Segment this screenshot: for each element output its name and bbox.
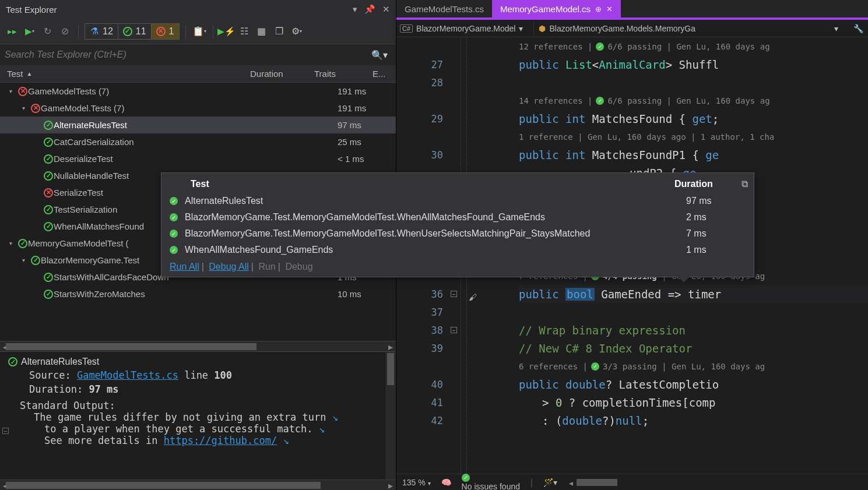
pass-icon: ✓ (170, 197, 178, 205)
codelens[interactable]: 14 references | ✓ 6/6 passing | Gen Lu, … (519, 91, 868, 110)
fold-icon[interactable]: − (451, 291, 457, 297)
line-number: 29 (396, 110, 461, 128)
test-name: AlternateRulesTest (54, 120, 338, 130)
pin-icon[interactable]: ⊕ (595, 5, 602, 13)
search-icon[interactable]: 🔍▾ (368, 50, 391, 61)
std-line: See more details in https://github.com/ … (44, 435, 388, 446)
expander-icon[interactable]: ▾ (22, 257, 30, 263)
code-line: public double? LatestCompletio (519, 375, 868, 393)
close-tab-icon[interactable]: ✕ (606, 5, 613, 13)
fail-icon: ✕ (31, 104, 40, 113)
test-row[interactable]: ✓ AlternateRulesTest97 ms (0, 117, 396, 133)
detail-v-scrollbar[interactable] (385, 352, 396, 480)
line-number: 42 (396, 411, 461, 429)
run-after-build-button[interactable]: ▶⚡ (219, 24, 234, 39)
document-tabs: GameModelTests.cs MemoryGameModel.cs ⊕ ✕ (396, 0, 868, 20)
zoom-level[interactable]: 135 % ▾ (402, 478, 431, 487)
collapse-icon[interactable]: − (2, 428, 9, 434)
close-icon[interactable]: ✕ (382, 4, 390, 15)
popup-test-row[interactable]: ✓BlazorMemoryGame.Test.MemoryGameModelTe… (170, 209, 744, 225)
run-button[interactable]: ▶ ▾ (22, 24, 37, 39)
popup-test-row[interactable]: ✓BlazorMemoryGame.Test.MemoryGameModelTe… (170, 225, 744, 242)
col-error[interactable]: E... (372, 69, 396, 79)
debug-all-link[interactable]: Debug All (209, 262, 249, 272)
expander-icon[interactable]: ▾ (9, 240, 17, 246)
context-namespace[interactable]: C# BlazorMemoryGame.Model ▾ (396, 24, 529, 33)
github-link[interactable]: https://github.com/ (164, 435, 277, 446)
expander-icon[interactable]: ▾ (22, 105, 30, 111)
settings-button[interactable]: ⚙▾ (289, 24, 304, 39)
source-file-link[interactable]: GameModelTests.cs (77, 369, 178, 381)
test-row[interactable]: ✓ CatCardSerialization25 ms (0, 133, 396, 150)
popup-test-row[interactable]: ✓WhenAllMatchesFound_GameEnds1 ms (170, 242, 744, 258)
filter-all[interactable]: ⚗12 (85, 24, 118, 39)
stop-button[interactable]: ⊘ (57, 24, 72, 39)
code-line: > 0 ? completionTimes[comp (519, 393, 868, 411)
test-duration: 97 ms (338, 120, 384, 130)
codelens[interactable]: 1 reference | Gen Lu, 160 days ago | 1 a… (519, 128, 868, 146)
search-row: 🔍▾ (0, 44, 396, 65)
issues-status[interactable]: ✓ No issues found (462, 474, 520, 491)
playlist-button[interactable]: 📋▾ (192, 24, 207, 39)
test-row[interactable]: ✓ DeserializeTest< 1 ms (0, 150, 396, 167)
test-row[interactable]: ✓ StartsWithZeroMatches10 ms (0, 285, 396, 302)
hierarchy-button[interactable]: ☷ (237, 24, 252, 39)
code-line: public bool GameEnded => timer (519, 285, 868, 303)
line-label: line (184, 369, 208, 381)
codelens[interactable]: 6 references | ✓ 3/3 passing | Gen Lu, 1… (519, 357, 868, 375)
wrench-icon[interactable]: 🔧 (849, 24, 868, 33)
test-explorer-toolbar: ▸▸ ▶ ▾ ↻ ⊘ ⚗12 ✓11 ✕1 📋▾ ▶⚡ ☷ ▦ ❐ ⚙▾ (0, 19, 396, 44)
filter-failed[interactable]: ✕1 (152, 24, 179, 39)
line-number: 27 (396, 55, 461, 73)
col-traits[interactable]: Traits (314, 69, 372, 79)
pass-icon: ✓ (44, 154, 53, 164)
tab-memorygamemodel[interactable]: MemoryGameModel.cs ⊕ ✕ (492, 0, 621, 17)
popup-test-row[interactable]: ✓AlternateRulesTest97 ms (170, 193, 744, 209)
code-line: public int MatchesFoundP1 { ge (519, 146, 868, 164)
col-duration[interactable]: Duration (250, 69, 314, 79)
test-row[interactable]: ▾✕ GameModelTests (7)191 ms (0, 83, 396, 100)
brush-icon[interactable]: 🖌 (469, 292, 477, 302)
pass-icon: ✓ (44, 222, 53, 231)
pass-icon: ✓ (18, 239, 27, 248)
std-line: The game rules differ by not giving an e… (34, 411, 388, 423)
codelens[interactable]: 12 references | ✓ 6/6 passing | Gen Lu, … (519, 37, 868, 55)
test-name: StartsWithZeroMatches (54, 289, 338, 299)
tree-h-scrollbar[interactable]: ◂▸ (0, 341, 396, 351)
pin-icon[interactable]: 📌 (364, 4, 375, 15)
dropdown-icon[interactable]: ▾ (353, 4, 357, 15)
search-input[interactable] (5, 50, 368, 60)
code-line (519, 73, 868, 91)
test-filter-pills: ⚗12 ✓11 ✕1 (85, 23, 180, 40)
line-number: 40 (396, 375, 461, 393)
run-all-link[interactable]: Run All (170, 262, 199, 272)
pass-icon: ✓ (44, 121, 53, 130)
test-name: DeserializeTest (54, 154, 338, 164)
col-test[interactable]: Test▲ (0, 69, 250, 79)
repeat-button[interactable]: ↻ (40, 24, 55, 39)
brain-icon[interactable]: 🧠 (441, 478, 451, 487)
code-line: public List<AnimalCard> Shuffl (519, 55, 868, 73)
source-label: Source: (29, 369, 71, 381)
editor-h-scrollbar[interactable]: ◂ (574, 478, 862, 487)
collapse-button[interactable]: ❐ (272, 24, 287, 39)
test-row[interactable]: ▾✕ GameModel.Tests (7)191 ms (0, 100, 396, 117)
column-header: Test▲ Duration Traits E... (0, 65, 396, 83)
popout-icon[interactable]: ⧉ (742, 179, 748, 189)
line-number (396, 91, 461, 110)
popup-test-duration: 1 ms (686, 245, 744, 255)
line-number: 100 (214, 369, 232, 381)
popup-test-name: AlternateRulesTest (185, 196, 679, 206)
filter-passed[interactable]: ✓11 (118, 24, 152, 39)
tab-gamemodeltests[interactable]: GameModelTests.cs (396, 0, 492, 17)
duration-value: 97 ms (89, 383, 118, 395)
run-all-button[interactable]: ▸▸ (5, 24, 20, 39)
expander-icon[interactable]: ▾ (9, 88, 17, 94)
detail-h-scrollbar[interactable]: ◂▸ (0, 480, 396, 490)
fold-icon[interactable]: − (451, 327, 457, 333)
context-member[interactable]: ⬢ BlazorMemoryGame.Models.MemoryGa ▾ (539, 24, 844, 33)
std-output-label: Standard Output: (20, 400, 388, 411)
expand-button[interactable]: ▦ (254, 24, 269, 39)
test-duration: < 1 ms (338, 154, 384, 164)
wand-icon[interactable]: 🪄▾ (543, 478, 563, 487)
